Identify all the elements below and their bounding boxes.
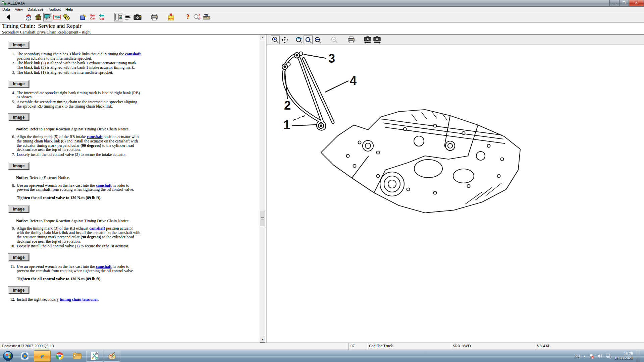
svg-text:?: ? [186,13,190,20]
status-database: Domestic #13 2002-2009 Q3-13 [0,343,349,350]
timing-chain-tensioner-link[interactable]: timing chain tensioner [60,297,98,302]
step-list: Align the timing mark (5) of the RB inta… [9,135,141,157]
pan-button[interactable] [280,36,289,44]
step-item: Assemble the secondary timing chain to t… [16,100,141,108]
fit-page-button[interactable] [304,36,313,44]
close-button[interactable]: ✕ [629,0,644,6]
taskbar-alldata-tool[interactable] [86,350,103,362]
bold-text: Notice: [16,175,29,180]
status-model: SRX AWD [451,343,535,350]
step-text: Install the right secondary [17,297,60,302]
tray-expand-icon[interactable]: ▲ [583,355,586,358]
notepad-button[interactable] [79,13,88,21]
screen: ALLDATA — ❐ ✕ Data View Database Toolbox… [0,0,644,362]
pan-icon [281,36,288,44]
step-item: The black link (2) is aligned with the b… [16,61,141,69]
image-button[interactable]: Image [8,162,29,170]
paint-palette-icon [107,351,117,361]
step-text: The intermediate sprocket right bank tim… [17,90,140,100]
previous-image-button[interactable] [363,36,372,44]
language-indicator[interactable]: RU [575,354,580,358]
menu-database[interactable]: Database [25,7,46,12]
back-button[interactable] [4,13,12,21]
taskbar-explorer[interactable] [69,350,86,362]
previous-car-button[interactable]: Car [98,13,106,21]
notes-button[interactable]: NOTE [167,13,175,21]
print-button[interactable] [150,13,159,21]
taskbar-internet-explorer[interactable]: e [34,350,51,362]
bold-text: (90 degrees) [80,235,101,239]
scroll-up-icon[interactable]: ▲ [260,35,265,40]
zoom-in-button[interactable] [271,36,280,44]
svg-text:Car: Car [90,17,95,20]
minimize-button[interactable]: — [609,0,619,6]
image-button[interactable]: Image [8,114,29,121]
step-item: Align the timing mark (3) of the RB exha… [16,226,141,243]
document-header: Timing Chain: Service and Repair Seconda… [0,22,644,35]
alldata-app-icon [1,1,6,6]
image-button[interactable]: Image [8,80,29,87]
new-car-button[interactable]: New Car [88,13,97,21]
menu-toolbox[interactable]: Toolbox [46,7,63,12]
image-button[interactable]: Image [8,254,29,261]
status-engine: V8-4.6L [535,343,644,350]
start-button[interactable] [1,350,15,362]
step-list: The intermediate sprocket right bank tim… [9,91,141,109]
tray-time: 16:25 [614,352,633,356]
step-item: Align the timing mark (5) of the RB inta… [16,135,141,152]
windows-start-icon [3,351,13,361]
search-az-button[interactable]: A Z [193,13,202,21]
mechanic-button[interactable] [24,13,33,21]
fit-width-button[interactable] [313,36,322,44]
camera-prev-icon [364,36,372,44]
fax-button[interactable]: FAX [202,13,211,21]
menu-view[interactable]: View [12,7,25,12]
main-toolbar: 750 New Car [0,12,644,22]
image-button[interactable]: Image [8,41,29,49]
scroll-down-icon[interactable]: ▼ [260,337,265,343]
menu-help[interactable]: Help [63,7,75,12]
step-text: Refer to Torque Reaction Against Timing … [29,219,130,223]
home-button[interactable] [34,13,43,21]
article-scrollbar[interactable]: ▲ ▼ [260,35,265,343]
scheduler-button[interactable] [62,13,71,21]
taskbar-chrome[interactable] [51,350,68,362]
step-item: Loosely install the oil control valve (1… [16,244,141,248]
menu-bar: Data View Database Toolbox Help [0,7,644,12]
image-button[interactable]: Image [8,205,29,213]
images-button[interactable] [133,13,142,21]
printer-icon [347,36,355,44]
odometer-button[interactable]: 750 [53,13,61,21]
zoom-100-button[interactable]: 100% [294,36,303,44]
help-button[interactable]: ? ? [183,13,192,21]
action-center-flag-icon[interactable] [589,353,594,359]
taskbar: e [0,350,644,362]
text-only-button[interactable] [124,13,132,21]
viewer-toolbar: 100% [267,35,644,45]
step-list: Align the timing mark (3) of the RB exha… [9,226,141,248]
diagram-area[interactable]: 3 4 2 1 [267,45,644,343]
image-button[interactable]: Image [8,287,29,294]
next-image-button[interactable] [373,36,382,44]
title-bar: ALLDATA — ❐ ✕ [0,0,644,7]
print-image-button[interactable] [346,36,356,44]
maximize-button[interactable]: ❐ [619,0,629,6]
svg-text:e: e [41,352,44,360]
menu-data[interactable]: Data [0,7,12,12]
text-with-images-button[interactable] [114,13,123,21]
media-player-icon [20,351,30,361]
taskbar-media-player[interactable] [16,350,33,362]
zoom-out-button[interactable] [330,36,339,44]
step-text: The black link (2) is aligned with the b… [17,61,137,70]
taskbar-paint[interactable] [104,350,120,362]
network-icon[interactable] [605,353,611,359]
graphics-view-button[interactable] [43,13,52,21]
step-item: The secondary timing chain has 3 black l… [16,52,141,60]
scroll-thumb[interactable] [260,210,265,226]
odometer-icon: 750 [53,14,61,20]
camera-next-icon [373,36,381,44]
camshaft-link[interactable]: camshaft [125,52,141,56]
taskbar-clock[interactable]: 16:25 19.03.2021 [614,352,633,360]
volume-icon[interactable] [597,353,602,359]
show-desktop-button[interactable] [636,350,640,362]
